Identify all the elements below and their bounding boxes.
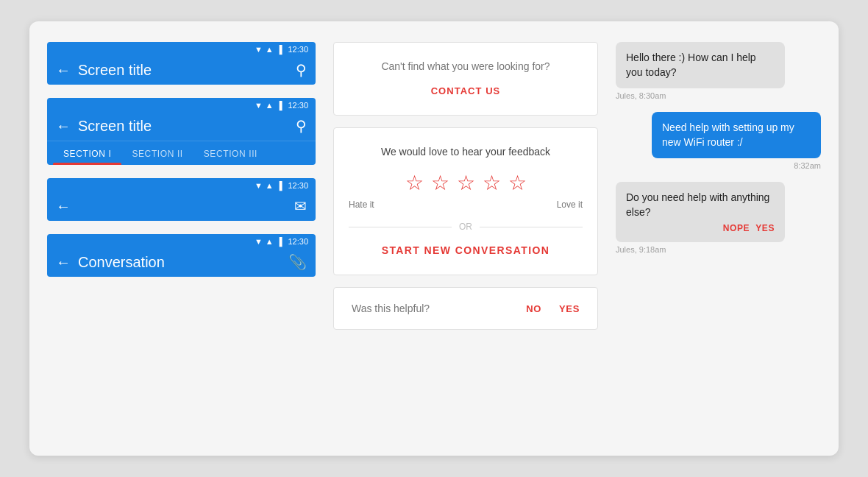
chat-actions: NOPE YES <box>626 223 775 233</box>
helpful-buttons: NO YES <box>526 303 580 314</box>
chat-text-2: Need help with setting up my new WiFi ro… <box>662 121 794 148</box>
screen2-bar: ▼ ▲ ▐ 12:30 ← Screen title ⚲ SECTION I S… <box>47 98 316 165</box>
chat-text-3: Do you need help with anything else? <box>626 191 769 218</box>
screen2-title: Screen title <box>78 118 288 135</box>
screen3-bar: ▼ ▲ ▐ 12:30 ← ✉ <box>47 178 316 221</box>
screen4-status-bar: ▼ ▲ ▐ 12:30 <box>47 234 316 247</box>
tab-section-1[interactable]: SECTION I <box>53 141 121 165</box>
tab-section-3[interactable]: SECTION III <box>193 141 268 165</box>
screen1-bar: ▼ ▲ ▐ 12:30 ← Screen title ⚲ <box>47 42 316 85</box>
back-button-2[interactable]: ← <box>56 118 71 135</box>
star-5[interactable]: ☆ <box>508 171 527 195</box>
battery-icon-4: ▐ <box>277 237 282 246</box>
screen2-status-bar: ▼ ▲ ▐ 12:30 <box>47 98 316 111</box>
chat-meta-3: Jules, 9:18am <box>616 245 666 254</box>
screen4-app-bar: ← Conversation 📎 <box>47 247 316 277</box>
status-time-3: 12:30 <box>288 181 308 190</box>
back-button-3[interactable]: ← <box>56 198 71 215</box>
stars-row: ☆ ☆ ☆ ☆ ☆ <box>349 171 583 195</box>
screen1-status-bar: ▼ ▲ ▐ 12:30 <box>47 42 316 55</box>
screen4-bar: ▼ ▲ ▐ 12:30 ← Conversation 📎 <box>47 234 316 277</box>
wifi-icon-2: ▼ <box>255 101 263 110</box>
back-button-4[interactable]: ← <box>56 254 71 271</box>
signal-icon-3: ▲ <box>266 181 274 190</box>
signal-icon-2: ▲ <box>266 101 274 110</box>
hate-it-label: Hate it <box>349 199 374 210</box>
back-button-1[interactable]: ← <box>56 62 71 79</box>
search-icon-2[interactable]: ⚲ <box>296 117 307 135</box>
nope-button[interactable]: NOPE <box>723 223 750 233</box>
helpful-yes-button[interactable]: YES <box>559 303 580 314</box>
left-column: ▼ ▲ ▐ 12:30 ← Screen title ⚲ ▼ ▲ ▐ 12:30… <box>47 42 316 435</box>
chat-group-3: Do you need help with anything else? NOP… <box>616 182 821 253</box>
battery-icon-3: ▐ <box>277 181 282 190</box>
battery-icon-2: ▐ <box>277 101 282 110</box>
chat-group-2: Need help with setting up my new WiFi ro… <box>616 112 821 170</box>
screen1-title: Screen title <box>78 62 288 79</box>
star-labels: Hate it Love it <box>349 199 583 210</box>
contact-us-button[interactable]: CONTACT US <box>431 85 501 96</box>
battery-icon: ▐ <box>277 45 282 54</box>
screen1-app-bar: ← Screen title ⚲ <box>47 55 316 85</box>
search-icon-1[interactable]: ⚲ <box>296 61 307 79</box>
tab-section-2[interactable]: SECTION II <box>121 141 193 165</box>
status-time-2: 12:30 <box>288 101 308 110</box>
wifi-icon: ▼ <box>255 45 263 54</box>
feedback-title: We would love to hear your feedback <box>349 146 583 158</box>
middle-column: Can't find what you were looking for? CO… <box>333 42 598 435</box>
helpful-no-button[interactable]: NO <box>526 303 541 314</box>
chat-group-1: Hello there :) How can I help you today?… <box>616 42 821 100</box>
main-card: ▼ ▲ ▐ 12:30 ← Screen title ⚲ ▼ ▲ ▐ 12:30… <box>29 21 839 456</box>
chat-meta-2: 8:32am <box>794 161 821 170</box>
screen3-status-bar: ▼ ▲ ▐ 12:30 <box>47 178 316 191</box>
chat-icon[interactable]: ✉ <box>294 197 307 215</box>
screen2-app-bar: ← Screen title ⚲ <box>47 111 316 141</box>
or-label: OR <box>459 222 472 232</box>
screen3-app-bar: ← ✉ <box>47 191 316 221</box>
screen4-title: Conversation <box>78 254 281 271</box>
star-4[interactable]: ☆ <box>483 171 501 195</box>
chat-bubble-2: Need help with setting up my new WiFi ro… <box>652 112 821 158</box>
wifi-icon-4: ▼ <box>255 237 263 246</box>
chat-column: Hello there :) How can I help you today?… <box>616 42 821 435</box>
chat-bubble-3: Do you need help with anything else? NOP… <box>616 182 785 241</box>
chat-meta-1: Jules, 8:30am <box>616 91 666 100</box>
wifi-icon-3: ▼ <box>255 181 263 190</box>
chat-text-1: Hello there :) How can I help you today? <box>626 52 756 78</box>
signal-icon: ▲ <box>266 45 274 54</box>
contact-card: Can't find what you were looking for? CO… <box>333 42 598 116</box>
star-1[interactable]: ☆ <box>405 171 424 195</box>
love-it-label: Love it <box>557 199 583 210</box>
helpful-card: Was this helpful? NO YES <box>333 287 598 330</box>
helpful-question: Was this helpful? <box>352 303 430 314</box>
star-3[interactable]: ☆ <box>457 171 475 195</box>
yes-button[interactable]: YES <box>755 223 775 233</box>
feedback-card: We would love to hear your feedback ☆ ☆ … <box>333 127 598 275</box>
cant-find-text: Can't find what you were looking for? <box>349 60 583 72</box>
attach-icon[interactable]: 📎 <box>288 253 307 271</box>
status-time-4: 12:30 <box>288 237 308 246</box>
start-conversation-button[interactable]: START NEW CONVERSATION <box>382 244 550 256</box>
tabs-bar: SECTION I SECTION II SECTION III <box>47 141 316 165</box>
signal-icon-4: ▲ <box>266 237 274 246</box>
chat-bubble-1: Hello there :) How can I help you today? <box>616 42 785 88</box>
status-time-1: 12:30 <box>288 45 308 54</box>
or-divider: OR <box>349 222 583 232</box>
star-2[interactable]: ☆ <box>431 171 449 195</box>
